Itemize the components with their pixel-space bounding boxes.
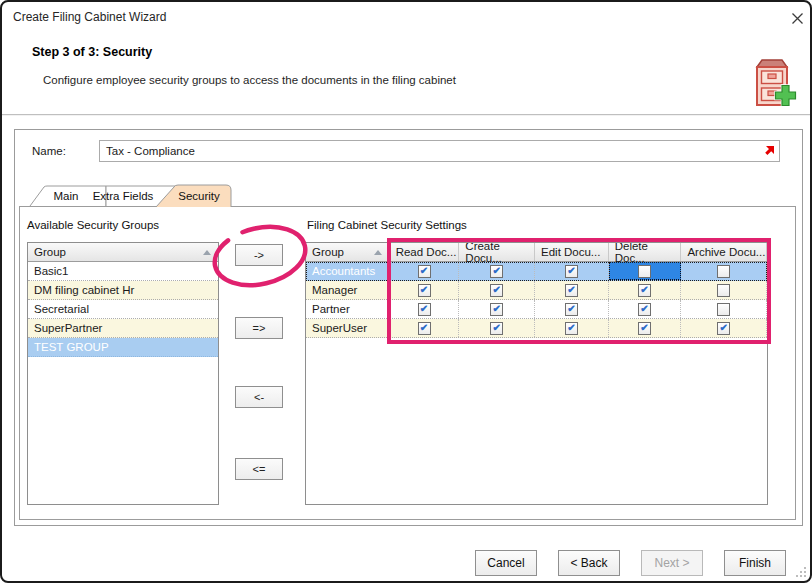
column-header-group[interactable]: Group [306,243,390,261]
security-table-header: GroupRead Doc...Create Docu...Edit Docu.… [306,243,767,262]
group-name: Accountants [312,265,375,277]
available-groups-title: Available Security Groups [27,219,159,231]
group-name: Partner [312,303,350,315]
archive-cell: ✔ [681,319,767,337]
create-permission-checkbox[interactable]: ✔ [490,303,503,316]
delete-cell: ✔ [609,300,682,318]
delete-permission-checkbox[interactable]: ✔ [638,303,651,316]
read-cell: ✔ [390,300,460,318]
available-groups-list: Group Basic1DM filing cabinet HrSecretar… [27,242,219,505]
group-cell: Accountants [306,262,390,280]
create-cell: ✔ [459,300,535,318]
table-row[interactable]: SuperUser✔✔✔✔✔ [306,319,767,338]
tab-main-label: Main [54,190,79,202]
window-title: Create Filing Cabinet Wizard [13,10,166,24]
sort-asc-icon [203,250,211,255]
resize-grip[interactable] [795,566,806,577]
archive-permission-checkbox[interactable]: ✔ [717,322,730,335]
tab-strip: Main Extra Fields Security [19,183,279,207]
delete-cell: ✔ [609,319,682,337]
column-header-delete[interactable]: Delete Doc... [609,243,682,261]
column-header-label: Create Docu... [465,242,534,264]
list-item[interactable]: Basic1 [28,262,218,281]
read-permission-checkbox[interactable]: ✔ [418,303,431,316]
column-header-label: Edit Docu... [541,246,600,258]
security-table-body: Accountants✔✔✔Manager✔✔✔✔Partner✔✔✔✔Supe… [306,262,767,338]
group-cell: Partner [306,300,390,318]
create-permission-checkbox[interactable]: ✔ [490,322,503,335]
name-input[interactable]: Tax - Compliance [99,140,780,162]
delete-cell: ✔ [609,281,682,299]
group-name: Manager [312,284,357,296]
read-permission-checkbox[interactable]: ✔ [418,322,431,335]
edit-permission-checkbox[interactable]: ✔ [565,265,578,278]
column-header-create[interactable]: Create Docu... [459,243,535,261]
delete-cell [609,262,682,280]
required-marker-icon [764,146,774,156]
edit-cell: ✔ [535,281,609,299]
move-all-right-button[interactable]: => [235,317,283,339]
column-header-read[interactable]: Read Doc... [390,243,460,261]
create-cell: ✔ [459,281,535,299]
list-item[interactable]: Secretarial [28,300,218,319]
column-header-label: Group [312,246,344,258]
next-button[interactable]: Next > [641,550,703,576]
step-title: Step 3 of 3: Security [32,45,152,59]
security-settings-table: GroupRead Doc...Create Docu...Edit Docu.… [305,242,768,505]
table-row[interactable]: Partner✔✔✔✔ [306,300,767,319]
close-button[interactable] [788,9,806,27]
archive-permission-checkbox[interactable] [717,265,730,278]
delete-permission-checkbox[interactable]: ✔ [638,284,651,297]
list-item[interactable]: DM filing cabinet Hr [28,281,218,300]
archive-cell [681,281,767,299]
move-all-left-button[interactable]: <= [235,458,283,480]
edit-permission-checkbox[interactable]: ✔ [565,284,578,297]
delete-permission-checkbox[interactable] [638,265,651,278]
close-icon [791,12,804,25]
edit-cell: ✔ [535,300,609,318]
column-header-edit[interactable]: Edit Docu... [535,243,609,261]
archive-permission-checkbox[interactable] [717,303,730,316]
create-cell: ✔ [459,262,535,280]
back-button[interactable]: < Back [558,550,620,576]
group-column-label: Group [34,246,66,258]
list-item[interactable]: TEST GROUP [28,338,218,357]
column-header-label: Archive Docu... [687,246,765,258]
name-value: Tax - Compliance [106,145,195,157]
read-cell: ✔ [390,262,460,280]
tab-extra-fields-label: Extra Fields [93,190,154,202]
sort-asc-icon [374,250,382,255]
wizard-dialog: Create Filing Cabinet Wizard Step 3 of 3… [0,0,812,583]
edit-cell: ✔ [535,319,609,337]
column-header-label: Read Doc... [396,246,457,258]
table-row[interactable]: Accountants✔✔✔ [306,262,767,281]
name-label: Name: [32,145,66,157]
archive-permission-checkbox[interactable] [717,284,730,297]
tab-security-label: Security [178,190,220,202]
list-item[interactable]: SuperPartner [28,319,218,338]
read-cell: ✔ [390,281,460,299]
security-settings-title: Filing Cabinet Security Settings [307,219,467,231]
read-permission-checkbox[interactable]: ✔ [418,265,431,278]
available-groups-list-body: Basic1DM filing cabinet HrSecretarialSup… [28,262,218,357]
create-permission-checkbox[interactable]: ✔ [490,284,503,297]
read-permission-checkbox[interactable]: ✔ [418,284,431,297]
group-cell: Manager [306,281,390,299]
column-header-archive[interactable]: Archive Docu... [681,243,767,261]
move-selected-right-button[interactable]: -> [235,244,283,266]
create-permission-checkbox[interactable]: ✔ [490,265,503,278]
finish-button[interactable]: Finish [724,550,786,576]
filing-cabinet-add-icon [749,57,797,109]
group-name: SuperUser [312,322,367,334]
cancel-button[interactable]: Cancel [475,550,537,576]
table-row[interactable]: Manager✔✔✔✔ [306,281,767,300]
group-column-header[interactable]: Group [28,243,218,262]
edit-permission-checkbox[interactable]: ✔ [565,303,578,316]
move-selected-left-button[interactable]: <- [235,386,283,408]
create-cell: ✔ [459,319,535,337]
archive-cell [681,262,767,280]
group-cell: SuperUser [306,319,390,337]
edit-permission-checkbox[interactable]: ✔ [565,322,578,335]
delete-permission-checkbox[interactable]: ✔ [638,322,651,335]
column-header-label: Delete Doc... [615,242,681,264]
